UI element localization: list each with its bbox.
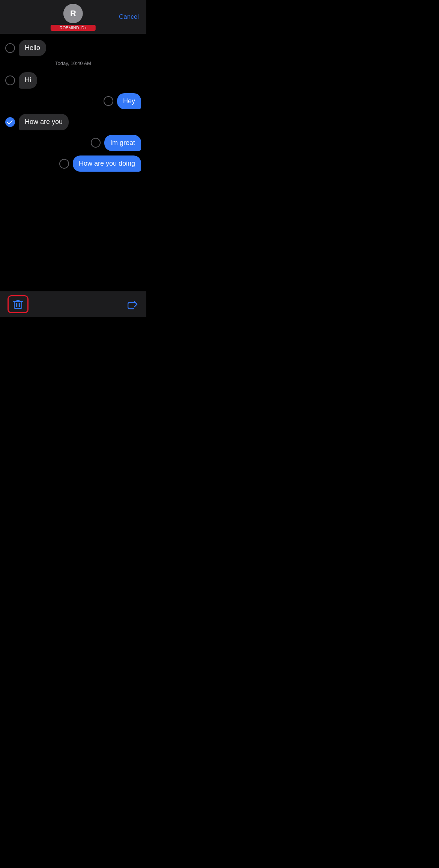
message-select-circle[interactable] (5, 43, 15, 53)
header: R ROBMIND_D+ Cancel (0, 0, 146, 34)
bottom-toolbar (0, 291, 146, 317)
delete-button[interactable] (12, 299, 24, 310)
message-row[interactable]: Hi (0, 70, 146, 91)
trash-icon (12, 299, 24, 310)
message-row[interactable]: Im great (0, 133, 146, 153)
share-icon (128, 299, 139, 310)
message-bubble: Hey (117, 93, 141, 109)
message-select-circle-checked[interactable] (5, 117, 15, 127)
message-row[interactable]: Hey (0, 91, 146, 112)
contact-name-bar: ROBMIND_D+ (51, 25, 96, 31)
message-row[interactable]: How are you doing (0, 153, 146, 174)
cancel-button[interactable]: Cancel (119, 13, 139, 21)
share-button[interactable] (128, 299, 139, 310)
message-select-circle[interactable] (91, 138, 101, 148)
message-bubble: Hi (19, 72, 37, 88)
timestamp-row: Today, 10:40 AM (0, 58, 146, 70)
message-select-circle[interactable] (59, 159, 69, 169)
message-row[interactable]: How are you (0, 112, 146, 132)
message-row[interactable]: Hello (0, 38, 146, 58)
avatar: R (63, 4, 83, 23)
message-bubble: Im great (104, 135, 141, 151)
message-bubble: How are you (19, 114, 69, 130)
delete-button-wrapper[interactable] (8, 295, 29, 313)
message-bubble: Hello (19, 40, 46, 56)
messages-area: Hello Today, 10:40 AM Hi Hey How are you… (0, 34, 146, 294)
message-select-circle[interactable] (5, 75, 15, 85)
message-bubble: How are you doing (73, 155, 141, 172)
timestamp: Today, 10:40 AM (55, 60, 91, 66)
header-center: R ROBMIND_D+ (51, 4, 96, 31)
message-select-circle[interactable] (104, 96, 113, 106)
